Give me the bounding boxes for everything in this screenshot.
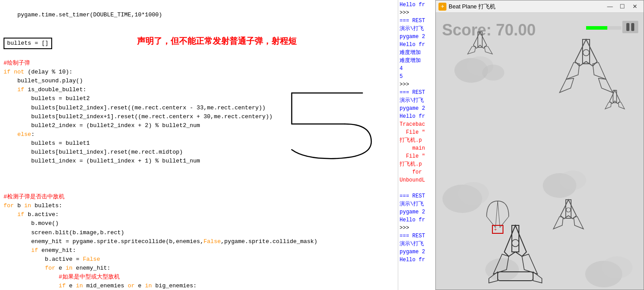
console-line: 4 [400,65,434,73]
annotation-text: 声明了，但不能正常发射普通子弹，射程短 [137,35,297,47]
svg-text:+: + [494,228,497,232]
svg-line-39 [495,201,498,228]
svg-marker-28 [610,90,620,104]
svg-marker-30 [605,102,611,109]
console-line: 演示\打飞 [400,240,434,248]
console-line: Hello fr [400,216,434,224]
svg-point-3 [458,182,489,205]
console-line: File " [400,152,434,160]
game-canvas: Score: 70.00 [436,13,644,290]
code-panel: pygame.time.set_timer(DOUBLE_TIME,10*100… [0,0,398,290]
svg-point-7 [602,256,633,278]
enemy-small-2 [605,90,625,109]
console-line: >>> [400,9,434,17]
svg-point-5 [560,170,586,190]
console-line: 演示\打飞 [400,200,434,208]
close-button[interactable]: ✕ [629,2,641,12]
console-line: === REST [400,192,434,200]
svg-point-36 [566,208,571,212]
console-line: 打飞机.p [400,160,434,168]
console-line: 演示\打飞 [400,25,434,33]
svg-rect-10 [512,225,519,252]
svg-marker-23 [566,62,579,79]
console-line: pygame 2 [400,208,434,216]
minimize-button[interactable]: — [604,2,616,12]
console-line: Hello fr [400,112,434,120]
game-title: Beat Plane 打飞机 [449,3,604,11]
console-panel: Hello fr >>> === REST 演示\打飞 pygame 2 Hel… [398,0,435,290]
console-line: for [400,168,434,176]
svg-marker-26 [560,78,574,93]
console-line: pygame 2 [400,248,434,256]
svg-point-1 [482,65,504,81]
console-line: >>> [400,81,434,89]
svg-line-37 [487,217,495,228]
console-line: Tracebac [400,120,434,128]
enemy-large-1 [560,39,613,93]
sketch-area [256,84,389,159]
console-line: === REST [400,17,434,25]
console-line: UnboundL [400,176,434,184]
console-line: >>> [400,224,434,232]
code-content: pygame.time.set_timer(DOUBLE_TIME,10*100… [4,2,394,28]
svg-marker-20 [484,46,492,54]
console-line: pygame 2 [400,104,434,112]
console-line: pygame 2 [400,33,434,41]
svg-marker-34 [553,217,563,229]
console-line: === REST [400,89,434,97]
svg-marker-27 [598,78,613,93]
svg-point-16 [512,240,519,247]
svg-line-40 [498,201,500,228]
game-titlebar: ✈ Beat Plane 打飞机 — ☐ ✕ [436,0,644,13]
console-line: File " [400,128,434,136]
console-line: 难度增加 [400,49,434,57]
console-line: 打飞机.p [400,136,434,144]
console-line: 难度增加 [400,57,434,65]
svg-rect-22 [583,39,590,64]
game-icon: ✈ [438,3,446,11]
console-line: 演示\打飞 [400,97,434,104]
enemy-medium-1 [553,200,583,229]
enemy-small-1 [468,32,492,54]
svg-marker-24 [593,62,606,79]
console-line: Hello fr [400,256,434,264]
console-line: main [400,144,434,152]
console-line: Hello fr [400,41,434,49]
svg-marker-31 [618,102,625,109]
svg-marker-32 [560,200,576,219]
game-window: ✈ Beat Plane 打飞机 — ☐ ✕ Score: 70.00 [435,0,644,290]
console-line [400,184,434,192]
code-section-detect: #检测子弹是否击中敌机 for b in bullets: if b.activ… [4,184,394,290]
svg-marker-21 [575,39,597,66]
maximize-button[interactable]: ☐ [616,2,629,12]
console-line: Hello fr [400,1,434,9]
svg-line-38 [500,217,509,228]
svg-marker-17 [473,32,487,48]
svg-marker-35 [574,217,583,229]
svg-point-25 [583,50,589,56]
console-line: 5 [400,73,434,81]
game-sprites: + [436,13,644,290]
supply-drop: + [487,201,509,233]
svg-marker-12 [522,254,537,274]
console-line: === REST [400,232,434,240]
svg-marker-19 [468,46,476,54]
